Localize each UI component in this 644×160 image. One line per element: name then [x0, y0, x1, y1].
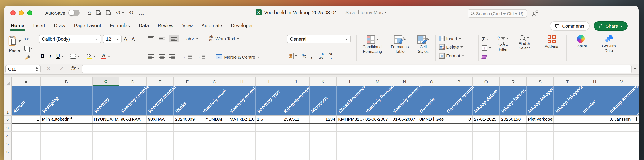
cell-J6[interactable] — [282, 148, 310, 156]
cell-K5[interactable] — [310, 140, 337, 148]
tab-data[interactable]: Data — [139, 21, 149, 31]
column-header-E[interactable]: E — [147, 77, 174, 86]
cell-R6[interactable] — [500, 148, 527, 156]
align-bottom-button[interactable] — [169, 35, 179, 42]
header-cell-B1[interactable]: Vestiging — [41, 86, 92, 115]
align-center-button[interactable] — [159, 54, 165, 60]
header-cell-E1[interactable]: Voertuig kenteken . — [147, 86, 174, 115]
column-header-G[interactable]: G — [201, 77, 228, 86]
align-middle-button[interactable] — [159, 36, 165, 41]
align-left-button[interactable] — [148, 54, 154, 60]
cell-N6[interactable] — [391, 148, 418, 156]
cell-P7[interactable] — [446, 156, 473, 160]
cell-C6[interactable] — [92, 148, 120, 156]
cell-K2[interactable]: 1234 — [310, 116, 337, 123]
tab-review[interactable]: Review — [158, 21, 174, 31]
cell-U2[interactable] — [581, 116, 608, 123]
insert-cells-button[interactable]: Insert — [439, 35, 476, 42]
cell-P4[interactable] — [446, 132, 473, 140]
cell-O3[interactable] — [418, 124, 446, 132]
tab-automate[interactable]: Automate — [202, 21, 222, 31]
cell-I4[interactable] — [256, 132, 282, 140]
cut-icon[interactable]: ✂ — [24, 36, 33, 42]
more-commands-icon[interactable]: … — [138, 9, 144, 16]
italic-button[interactable]: I — [49, 53, 51, 60]
cell-T3[interactable] — [554, 124, 581, 132]
cell-O6[interactable] — [418, 148, 446, 156]
document-title-group[interactable]: X Voorbeeld In-Verkoop-2025-08-04 — Save… — [256, 9, 387, 16]
formula-bar-expand-icon[interactable] — [634, 68, 636, 70]
cell-D5[interactable] — [120, 140, 147, 148]
redo-icon[interactable]: ↻ — [129, 9, 134, 16]
font-size-select[interactable]: 12 — [103, 35, 122, 43]
tab-developer[interactable]: Developer — [231, 21, 253, 31]
cell-G4[interactable] — [201, 132, 228, 140]
tab-draw[interactable]: Draw — [54, 21, 65, 31]
column-header-T[interactable]: T — [554, 77, 581, 86]
delete-cells-button[interactable]: × Delete — [439, 43, 476, 51]
save-as-icon[interactable] — [106, 10, 111, 15]
cell-B7[interactable] — [41, 156, 92, 160]
number-format-select[interactable]: General — [287, 35, 351, 43]
cell-A6[interactable] — [12, 148, 41, 156]
cell-H5[interactable] — [228, 140, 256, 148]
cell-N5[interactable] — [391, 140, 418, 148]
cancel-icon[interactable]: × — [47, 65, 50, 72]
cell-C2[interactable]: HYUNDAI MA — [92, 116, 120, 123]
cell-S7[interactable] — [527, 156, 554, 160]
cell-N2[interactable]: 01-06-2007 — [391, 116, 418, 123]
cell-F3[interactable] — [174, 124, 201, 132]
column-header-V[interactable]: V — [608, 77, 635, 86]
copilot-button[interactable]: Copilot — [570, 34, 592, 62]
cell-B6[interactable] — [41, 148, 92, 156]
cell-F4[interactable] — [174, 132, 201, 140]
column-header-C[interactable]: C — [92, 77, 120, 86]
merge-centre-button[interactable]: ↔ Merge & Centre — [216, 54, 259, 60]
find-select-button[interactable]: Find & Select — [515, 34, 533, 62]
cell-U6[interactable] — [581, 148, 608, 156]
cell-P6[interactable] — [446, 148, 473, 156]
orientation-button[interactable]: ab↗ — [186, 36, 198, 41]
cell-E7[interactable] — [147, 156, 174, 160]
cell-V4[interactable] — [608, 132, 635, 140]
header-cell-K1[interactable]: Meldcode — [310, 86, 337, 115]
cell-D4[interactable] — [120, 132, 147, 140]
cell-U4[interactable] — [581, 132, 608, 140]
row-header-1[interactable]: 1 — [4, 86, 12, 116]
cell-J2[interactable]: 239.511 — [282, 116, 310, 123]
column-header-B[interactable]: B — [41, 77, 92, 86]
cell-L4[interactable] — [337, 132, 364, 140]
cell-G5[interactable] — [201, 140, 228, 148]
comments-button[interactable]: Comments — [550, 21, 589, 30]
bold-button[interactable]: B — [41, 54, 44, 59]
cell-O2[interactable]: 0MND | Gee — [418, 116, 446, 123]
cell-R2[interactable]: 20250150 — [500, 116, 527, 123]
cell-L6[interactable] — [337, 148, 364, 156]
select-all-corner[interactable] — [4, 77, 12, 86]
header-cell-P1[interactable]: Garantie termijn — [446, 86, 473, 115]
row-header-7[interactable]: 7 — [4, 156, 12, 160]
cell-A3[interactable] — [12, 124, 41, 132]
fill-button[interactable]: ↓ — [482, 44, 491, 52]
search-input[interactable] — [476, 11, 524, 16]
row-header-4[interactable]: 4 — [4, 132, 12, 140]
zoom-window-button[interactable] — [27, 10, 32, 16]
decrease-indent-button[interactable]: ← — [183, 54, 192, 60]
cell-G2[interactable]: HYUNDAI — [201, 116, 228, 123]
cell-E3[interactable] — [147, 124, 174, 132]
accounting-format-button[interactable] — [288, 53, 298, 59]
cell-V6[interactable] — [608, 148, 635, 156]
cell-L5[interactable] — [337, 140, 364, 148]
header-cell-J1[interactable]: Kilometerstand — [282, 86, 310, 115]
cell-O4[interactable] — [418, 132, 446, 140]
column-header-U[interactable]: U — [581, 77, 608, 86]
cell-B2[interactable]: Mijn autobedrijf — [41, 116, 92, 123]
column-header-S[interactable]: S — [527, 77, 554, 86]
cell-H2[interactable]: MATRIX; 1.6 — [228, 116, 256, 123]
cell-O5[interactable] — [418, 140, 446, 148]
cell-Q7[interactable] — [473, 156, 500, 160]
cell-H4[interactable] — [228, 132, 256, 140]
cell-U5[interactable] — [581, 140, 608, 148]
cell-A7[interactable] — [12, 156, 41, 160]
cell-I7[interactable] — [256, 156, 282, 160]
